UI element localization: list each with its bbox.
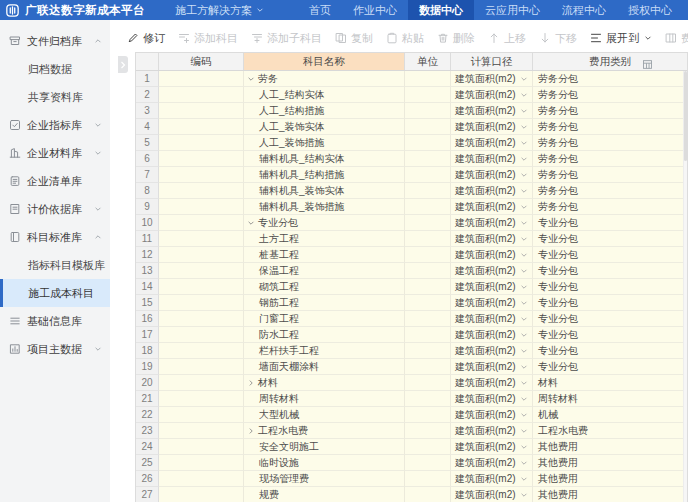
table-row[interactable]: 18栏杆扶手工程建筑面积(m2)专业分包: [136, 343, 687, 359]
sidebar-item-企业材料库[interactable]: 企业材料库: [0, 139, 110, 167]
caliber-dropdown[interactable]: 建筑面积(m2): [451, 471, 533, 487]
toolbar-button-修订[interactable]: 修订: [127, 31, 165, 46]
subject-name-cell[interactable]: 钢筋工程: [244, 295, 405, 311]
toolbar-button-上移[interactable]: 上移: [488, 31, 526, 46]
nav-item-授权中心[interactable]: 授权中心: [617, 0, 683, 20]
caliber-dropdown[interactable]: 建筑面积(m2): [451, 295, 533, 311]
toolbar-button-删除[interactable]: 删除: [437, 31, 475, 46]
subject-name-cell[interactable]: 辅料机具_装饰措施: [244, 199, 405, 215]
expand-closed-icon[interactable]: [247, 427, 255, 435]
solution-selector[interactable]: 施工方解决方案: [175, 3, 264, 18]
subject-name-cell[interactable]: 门窗工程: [244, 311, 405, 327]
subject-name-cell[interactable]: 临时设施: [244, 455, 405, 471]
toolbar-button-粘贴[interactable]: 粘贴: [386, 31, 424, 46]
caliber-dropdown[interactable]: 建筑面积(m2): [451, 327, 533, 343]
subject-name-cell[interactable]: 人工_装饰措施: [244, 135, 405, 151]
caliber-dropdown[interactable]: 建筑面积(m2): [451, 215, 533, 231]
caliber-dropdown[interactable]: 建筑面积(m2): [451, 231, 533, 247]
caliber-dropdown[interactable]: 建筑面积(m2): [451, 311, 533, 327]
table-row[interactable]: 10专业分包建筑面积(m2)专业分包: [136, 215, 687, 231]
caliber-dropdown[interactable]: 建筑面积(m2): [451, 71, 533, 87]
caliber-dropdown[interactable]: 建筑面积(m2): [451, 423, 533, 439]
caliber-dropdown[interactable]: 建筑面积(m2): [451, 119, 533, 135]
nav-item-首页[interactable]: 首页: [298, 0, 342, 20]
subject-name-cell[interactable]: 辅料机具_结构措施: [244, 167, 405, 183]
toolbar-button-添加子科目[interactable]: 添加子科目: [251, 31, 322, 46]
subject-name-cell[interactable]: 现场管理费: [244, 471, 405, 487]
table-row[interactable]: 8辅料机具_装饰实体建筑面积(m2)劳务分包: [136, 183, 687, 199]
table-row[interactable]: 15钢筋工程建筑面积(m2)专业分包: [136, 295, 687, 311]
subject-name-cell[interactable]: 土方工程: [244, 231, 405, 247]
caliber-dropdown[interactable]: 建筑面积(m2): [451, 263, 533, 279]
nav-item-流程中心[interactable]: 流程中心: [551, 0, 617, 20]
caliber-dropdown[interactable]: 建筑面积(m2): [451, 407, 533, 423]
caliber-dropdown[interactable]: 建筑面积(m2): [451, 375, 533, 391]
subject-name-cell[interactable]: 墙面天棚涂料: [244, 359, 405, 375]
table-row[interactable]: 2人工_结构实体建筑面积(m2)劳务分包: [136, 87, 687, 103]
subject-name-cell[interactable]: 人工_结构措施: [244, 103, 405, 119]
caliber-dropdown[interactable]: 建筑面积(m2): [451, 87, 533, 103]
table-row[interactable]: 26现场管理费建筑面积(m2)其他费用: [136, 471, 687, 487]
subject-name-cell[interactable]: 桩基工程: [244, 247, 405, 263]
caliber-dropdown[interactable]: 建筑面积(m2): [451, 183, 533, 199]
table-row[interactable]: 6辅料机具_结构实体建筑面积(m2)劳务分包: [136, 151, 687, 167]
caliber-dropdown[interactable]: 建筑面积(m2): [451, 199, 533, 215]
caliber-dropdown[interactable]: 建筑面积(m2): [451, 343, 533, 359]
table-row[interactable]: 20材料建筑面积(m2)材料: [136, 375, 687, 391]
caliber-dropdown[interactable]: 建筑面积(m2): [451, 391, 533, 407]
caliber-dropdown[interactable]: 建筑面积(m2): [451, 135, 533, 151]
subject-name-cell[interactable]: 人工_装饰实体: [244, 119, 405, 135]
caliber-dropdown[interactable]: 建筑面积(m2): [451, 455, 533, 471]
caliber-dropdown[interactable]: 建筑面积(m2): [451, 167, 533, 183]
nav-item-数据中心[interactable]: 数据中心: [408, 0, 474, 20]
vertical-scrollbar[interactable]: [683, 71, 687, 502]
sidebar-item-项目主数据[interactable]: 项目主数据: [0, 335, 110, 363]
table-row[interactable]: 22大型机械建筑面积(m2)机械: [136, 407, 687, 423]
sidebar-item-共享资料库[interactable]: 共享资料库: [0, 83, 110, 111]
table-row[interactable]: 21周转材料建筑面积(m2)周转材料: [136, 391, 687, 407]
toolbar-button-展开到[interactable]: 展开到: [590, 31, 652, 46]
table-row[interactable]: 12桩基工程建筑面积(m2)专业分包: [136, 247, 687, 263]
subject-name-cell[interactable]: 防水工程: [244, 327, 405, 343]
expand-open-icon[interactable]: [247, 75, 255, 83]
table-row[interactable]: 19墙面天棚涂料建筑面积(m2)专业分包: [136, 359, 687, 375]
subject-name-cell[interactable]: 辅料机具_结构实体: [244, 151, 405, 167]
sidebar-item-归档数据[interactable]: 归档数据: [0, 55, 110, 83]
caliber-dropdown[interactable]: 建筑面积(m2): [451, 439, 533, 455]
table-row[interactable]: 24安全文明施工建筑面积(m2)其他费用: [136, 439, 687, 455]
subject-name-cell[interactable]: 劳务: [244, 71, 405, 87]
subject-name-cell[interactable]: 工程水电费: [244, 423, 405, 439]
sidebar-collapse-handle[interactable]: [118, 56, 128, 73]
caliber-dropdown[interactable]: 建筑面积(m2): [451, 247, 533, 263]
table-row[interactable]: 14砌筑工程建筑面积(m2)专业分包: [136, 279, 687, 295]
caliber-dropdown[interactable]: 建筑面积(m2): [451, 151, 533, 167]
subject-name-cell[interactable]: 人工_结构实体: [244, 87, 405, 103]
subject-name-cell[interactable]: 规费: [244, 487, 405, 502]
table-row[interactable]: 11土方工程建筑面积(m2)专业分包: [136, 231, 687, 247]
table-row[interactable]: 4人工_装饰实体建筑面积(m2)劳务分包: [136, 119, 687, 135]
expand-open-icon[interactable]: [247, 219, 255, 227]
table-row[interactable]: 13保温工程建筑面积(m2)专业分包: [136, 263, 687, 279]
subject-name-cell[interactable]: 辅料机具_装饰实体: [244, 183, 405, 199]
sidebar-item-科目标准库[interactable]: 科目标准库: [0, 223, 110, 251]
toolbar-button-复制[interactable]: 复制: [335, 31, 373, 46]
sidebar-item-企业清单库[interactable]: 企业清单库: [0, 167, 110, 195]
table-row[interactable]: 7辅料机具_结构措施建筑面积(m2)劳务分包: [136, 167, 687, 183]
caliber-dropdown[interactable]: 建筑面积(m2): [451, 103, 533, 119]
nav-item-云应用中心[interactable]: 云应用中心: [474, 0, 551, 20]
table-row[interactable]: 9辅料机具_装饰措施建筑面积(m2)劳务分包: [136, 199, 687, 215]
caliber-dropdown[interactable]: 建筑面积(m2): [451, 279, 533, 295]
table-row[interactable]: 16门窗工程建筑面积(m2)专业分包: [136, 311, 687, 327]
sidebar-item-指标科目模板库[interactable]: 指标科目模板库: [0, 251, 110, 279]
toolbar-button-添加科目[interactable]: 添加科目: [178, 31, 238, 46]
toolbar-button-下移[interactable]: 下移: [539, 31, 577, 46]
subject-name-cell[interactable]: 材料: [244, 375, 405, 391]
table-row[interactable]: 25临时设施建筑面积(m2)其他费用: [136, 455, 687, 471]
sidebar-item-文件归档库[interactable]: 文件归档库: [0, 27, 110, 55]
table-row[interactable]: 23工程水电费建筑面积(m2)工程水电费: [136, 423, 687, 439]
table-row[interactable]: 27规费建筑面积(m2)其他费用: [136, 487, 687, 502]
toolbar-button-费用类别[interactable]: 费用类别: [665, 31, 688, 46]
subject-name-cell[interactable]: 保温工程: [244, 263, 405, 279]
subject-name-cell[interactable]: 周转材料: [244, 391, 405, 407]
table-row[interactable]: 3人工_结构措施建筑面积(m2)劳务分包: [136, 103, 687, 119]
